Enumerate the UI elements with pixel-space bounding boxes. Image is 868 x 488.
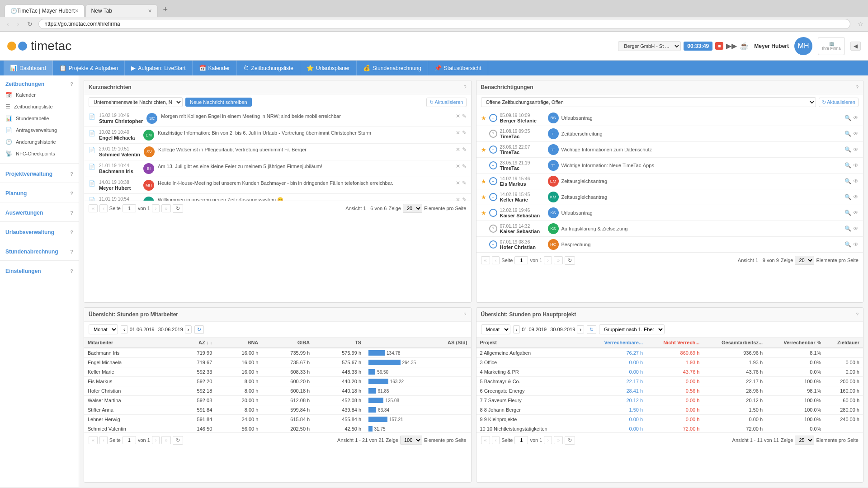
- table-row[interactable]: Bachmann Iris 719.99 16.00 h 735.99 h 57…: [84, 348, 471, 358]
- bn-star-icon[interactable]: ★: [481, 194, 486, 201]
- sidebar-section-stundenabrechnung[interactable]: Stundenabrechnung ?: [0, 245, 79, 257]
- timer-stop-button[interactable]: ■: [715, 42, 723, 50]
- nav-tab-aufgaben-live[interactable]: ▶ Aufgaben: LiveStart: [125, 61, 192, 75]
- bn-star-icon[interactable]: ★: [481, 146, 486, 153]
- sidebar-auswertungen-help[interactable]: ?: [70, 210, 73, 216]
- sm-refresh-button[interactable]: ↻: [194, 325, 204, 334]
- user-avatar[interactable]: MH: [794, 37, 812, 55]
- sp-page-size[interactable]: 25: [795, 436, 814, 445]
- bn-reload-btn[interactable]: ↻: [565, 256, 575, 265]
- bn-search-icon[interactable]: 🔍: [844, 225, 851, 232]
- bn-filter-select[interactable]: Offene Zeitbuchungsanträge, Offen: [481, 97, 816, 107]
- table-row[interactable]: 8 8 Johann Berger 1.50 h 0.00 h 1.50 h 1…: [476, 405, 863, 415]
- sidebar-toggle-btn[interactable]: ◀: [850, 42, 861, 51]
- bn-star-icon[interactable]: ☆: [481, 241, 486, 248]
- nav-tab-stunden[interactable]: 💰 Stundenabrechnung: [357, 61, 428, 75]
- bn-view-icon[interactable]: 👁: [853, 210, 859, 216]
- kn-list-item[interactable]: 📄 10.02.19 10:40 Engel Michaela EM Kurzf…: [84, 127, 471, 144]
- sp-refresh-button[interactable]: ↻: [587, 325, 596, 334]
- kn-list-item[interactable]: 📄 16.02.19 10:46 Sturm Christopher SC Mo…: [84, 110, 471, 127]
- bn-star-icon[interactable]: ★: [481, 178, 486, 185]
- tab-close-btn[interactable]: ×: [75, 7, 78, 14]
- sidebar-section-einstellungen[interactable]: Einstellungen ?: [0, 264, 79, 276]
- sm-help-icon[interactable]: ?: [463, 312, 466, 317]
- bn-view-icon[interactable]: 👁: [853, 146, 859, 153]
- bn-star-icon[interactable]: ★: [481, 210, 486, 216]
- sidebar-item-antragsverwaltung[interactable]: 📄 Antragsverwaltung: [0, 124, 79, 136]
- sidebar-item-zeitbuchungsliste[interactable]: ☰ Zeitbuchungsliste: [0, 101, 79, 113]
- kn-list-item[interactable]: 📄 14.01.19 10:38 Meyer Hubert MH Heute I…: [84, 177, 471, 194]
- table-row[interactable]: Eis Markus 592.20 8.00 h 600.20 h 440.20…: [84, 377, 471, 386]
- sp-prev-date-btn[interactable]: ‹: [513, 325, 520, 333]
- sidebar-stundenabrechnung-help[interactable]: ?: [70, 249, 73, 254]
- address-bar[interactable]: [38, 19, 850, 29]
- kn-page-input[interactable]: [123, 204, 136, 212]
- sm-prev-page-btn[interactable]: ‹: [99, 436, 108, 444]
- kn-refresh-button[interactable]: ↻ Aktualisieren: [426, 98, 466, 107]
- bn-view-icon[interactable]: 👁: [853, 225, 859, 232]
- new-tab-button[interactable]: +: [159, 3, 173, 17]
- sm-col-az[interactable]: AZ ↓: [172, 338, 216, 348]
- bn-star-icon[interactable]: ★: [481, 115, 486, 122]
- sidebar-urlaubsverwaltung-help[interactable]: ?: [70, 230, 73, 235]
- sm-next-page-btn[interactable]: ›: [152, 436, 160, 444]
- sp-page-input[interactable]: [514, 436, 528, 444]
- kn-edit-icon[interactable]: ✎: [462, 130, 467, 136]
- bn-refresh-button[interactable]: ↻ Aktualisieren: [819, 98, 859, 107]
- bn-page-size[interactable]: 20: [795, 256, 814, 265]
- sidebar-item-stundentabelle[interactable]: 📊 Stundentabelle: [0, 113, 79, 124]
- kn-first-page-btn[interactable]: «: [89, 204, 98, 212]
- table-row[interactable]: Walser Martina 592.08 20.00 h 612.08 h 4…: [84, 396, 471, 405]
- bn-search-icon[interactable]: 🔍: [844, 162, 851, 169]
- bn-star-icon[interactable]: ☆: [481, 225, 486, 232]
- table-row[interactable]: 9 9 Kleinprojekte 0.00 h 0.00 h 0.00 h 1…: [476, 415, 863, 424]
- kn-help-icon[interactable]: ?: [463, 84, 466, 90]
- kn-new-message-button[interactable]: Neue Nachricht schreiben: [185, 98, 252, 107]
- sidebar-item-anderungshistorie[interactable]: 🕐 Änderungshistorie: [0, 136, 79, 148]
- bn-search-icon[interactable]: 🔍: [844, 210, 851, 216]
- table-row[interactable]: 7 7 Saveurs Fleury 20.12 h 0.00 h 20.12 …: [476, 396, 863, 405]
- kn-close-icon[interactable]: ✕: [456, 130, 460, 136]
- bn-search-icon[interactable]: 🔍: [844, 131, 851, 137]
- sp-period-select[interactable]: Monat: [481, 324, 510, 334]
- kn-edit-icon[interactable]: ✎: [462, 146, 467, 153]
- bn-search-icon[interactable]: 🔍: [844, 178, 851, 184]
- bn-view-icon[interactable]: 👁: [853, 178, 859, 184]
- bn-view-icon[interactable]: 👁: [853, 241, 859, 248]
- bn-list-item[interactable]: ☆ + 07.01.19 08:36 Hofer Christian HC Be…: [476, 237, 863, 253]
- bn-list-item[interactable]: ☆ ? 07.01.19 14:32 Kaiser Sebastian KS A…: [476, 221, 863, 237]
- nav-tab-projekte[interactable]: 📋 Projekte & Aufgaben: [53, 61, 125, 75]
- bn-view-icon[interactable]: 👁: [853, 131, 859, 137]
- sidebar-projektverwaltung-help[interactable]: ?: [70, 171, 73, 177]
- sidebar-help-icon[interactable]: ?: [70, 81, 73, 87]
- bn-star-icon[interactable]: ☆: [481, 162, 486, 169]
- table-row[interactable]: 6 Greengate Energy 28.41 h 0.56 h 28.96 …: [476, 386, 863, 396]
- table-row[interactable]: Engel Michaela 719.67 16.00 h 735.67 h 5…: [84, 358, 471, 367]
- bn-list-item[interactable]: ★ + 14.02.19 15:46 Eis Markus EM Zeitaus…: [476, 174, 863, 189]
- sm-reload-btn[interactable]: ↻: [173, 436, 183, 445]
- bn-list-item[interactable]: ★ + 12.02.19 19:46 Kaiser Sebastian KS U…: [476, 205, 863, 221]
- kn-edit-icon[interactable]: ✎: [462, 180, 467, 186]
- company-select[interactable]: Berger GmbH - St ...: [618, 41, 681, 51]
- bn-search-icon[interactable]: 🔍: [844, 146, 851, 153]
- nav-tab-kalender[interactable]: 📅 Kalender: [193, 61, 237, 75]
- bn-help-icon[interactable]: ?: [856, 84, 859, 90]
- sm-first-page-btn[interactable]: «: [89, 436, 98, 444]
- bn-search-icon[interactable]: 🔍: [844, 115, 851, 121]
- kn-close-icon[interactable]: ✕: [456, 163, 460, 169]
- bn-list-item[interactable]: ★ + 23.06.19 22:07 TimeTac TT Wichtige I…: [476, 142, 863, 158]
- nav-tab-status[interactable]: 📌 Statusübersicht: [428, 61, 488, 75]
- sidebar-einstellungen-help[interactable]: ?: [70, 268, 73, 274]
- back-button[interactable]: ‹: [5, 19, 11, 28]
- sm-period-select[interactable]: Monat: [89, 324, 118, 334]
- kn-list-item[interactable]: 📄 21.01.19 10:44 Bachmann Iris BI Am 13.…: [84, 160, 471, 177]
- browser-tab-timetac[interactable]: 🕐 TimeTac | Mayer Hubert ×: [5, 5, 85, 17]
- sm-last-page-btn[interactable]: »: [161, 436, 170, 444]
- kn-list-item[interactable]: 📄 29.01.19 10:51 Schmied Valentin SV Kol…: [84, 144, 471, 160]
- sidebar-planung-help[interactable]: ?: [70, 191, 73, 196]
- sm-page-size[interactable]: 100: [400, 436, 422, 445]
- bn-list-item[interactable]: ☆ ? 21.08.19 09:35 TimeTac TT Zeitübersc…: [476, 126, 863, 142]
- table-row[interactable]: Schmied Valentin 146.50 56.00 h 202.50 h…: [84, 424, 471, 433]
- sp-group-select[interactable]: Gruppiert nach 1. Ebe:: [599, 324, 665, 334]
- kn-edit-icon[interactable]: ✎: [462, 197, 467, 201]
